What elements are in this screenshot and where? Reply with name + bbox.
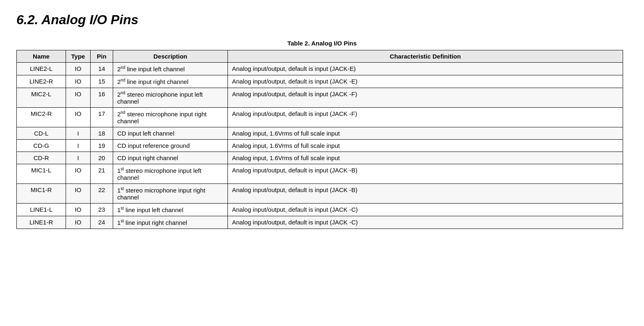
cell-name: CD-L bbox=[17, 127, 66, 140]
cell-characteristic: Analog input/output, default is input (J… bbox=[228, 63, 623, 75]
cell-characteristic: Analog input/output, default is input (J… bbox=[228, 88, 623, 108]
cell-name: LINE1-R bbox=[17, 216, 66, 229]
cell-pin: 22 bbox=[91, 184, 113, 204]
header-description: Description bbox=[113, 50, 228, 63]
cell-pin: 16 bbox=[91, 88, 113, 108]
cell-description: 2nd stereo microphone input left channel bbox=[113, 88, 228, 108]
cell-name: CD-R bbox=[17, 152, 66, 164]
cell-type: I bbox=[66, 152, 91, 164]
cell-pin: 24 bbox=[91, 216, 113, 229]
cell-characteristic: Analog input/output, default is input (J… bbox=[228, 108, 623, 127]
cell-name: LINE1-L bbox=[17, 204, 66, 216]
cell-characteristic: Analog input/output, default is input (J… bbox=[228, 216, 623, 229]
table-row: CD-LI18CD input left channelAnalog input… bbox=[17, 127, 623, 140]
cell-type: I bbox=[66, 140, 91, 152]
cell-description: 2nd line input left channel bbox=[113, 63, 228, 75]
cell-description: 1st line input left channel bbox=[113, 204, 228, 216]
table-row: LINE1-RIO241st line input right channelA… bbox=[17, 216, 623, 229]
table-row: CD-RI20CD input right channelAnalog inpu… bbox=[17, 152, 623, 164]
cell-description: 1st line input right channel bbox=[113, 216, 228, 229]
cell-type: IO bbox=[66, 204, 91, 216]
cell-characteristic: Analog input/output, default is input (J… bbox=[228, 75, 623, 88]
cell-characteristic: Analog input, 1.6Vrms of full scale inpu… bbox=[228, 127, 623, 140]
cell-type: IO bbox=[66, 184, 91, 204]
cell-pin: 23 bbox=[91, 204, 113, 216]
cell-type: IO bbox=[66, 63, 91, 75]
cell-name: LINE2-L bbox=[17, 63, 66, 75]
cell-pin: 21 bbox=[91, 164, 113, 184]
cell-description: CD input reference ground bbox=[113, 140, 228, 152]
table-row: MIC2-LIO162nd stereo microphone input le… bbox=[17, 88, 623, 108]
cell-description: 2nd line input right channel bbox=[113, 75, 228, 88]
cell-characteristic: Analog input/output, default is input (J… bbox=[228, 184, 623, 204]
table-row: MIC1-LIO211st stereo microphone input le… bbox=[17, 164, 623, 184]
cell-description: 1st stereo microphone input left channel bbox=[113, 164, 228, 184]
cell-type: I bbox=[66, 127, 91, 140]
table-row: MIC2-RIO172nd stereo microphone input ri… bbox=[17, 108, 623, 127]
cell-pin: 20 bbox=[91, 152, 113, 164]
table-row: MIC1-RIO221st stereo microphone input ri… bbox=[17, 184, 623, 204]
cell-characteristic: Analog input/output, default is input (J… bbox=[228, 204, 623, 216]
table-caption-label: Table 2. Analog I/O Pins bbox=[16, 40, 628, 47]
cell-pin: 15 bbox=[91, 75, 113, 88]
page-title: 6.2. Analog I/O Pins bbox=[16, 12, 628, 27]
cell-pin: 19 bbox=[91, 140, 113, 152]
table-row: LINE2-LIO142nd line input left channelAn… bbox=[17, 63, 623, 75]
cell-type: IO bbox=[66, 216, 91, 229]
cell-pin: 14 bbox=[91, 63, 113, 75]
table-row: LINE2-RIO152nd line input right channelA… bbox=[17, 75, 623, 88]
cell-description: 2nd stereo microphone input right channe… bbox=[113, 108, 228, 127]
cell-name: MIC1-R bbox=[17, 184, 66, 204]
cell-characteristic: Analog input/output, default is input (J… bbox=[228, 164, 623, 184]
cell-type: IO bbox=[66, 75, 91, 88]
cell-type: IO bbox=[66, 108, 91, 127]
cell-description: 1st stereo microphone input right channe… bbox=[113, 184, 228, 204]
cell-name: CD-G bbox=[17, 140, 66, 152]
header-type: Type bbox=[66, 50, 91, 63]
cell-type: IO bbox=[66, 164, 91, 184]
table-row: LINE1-LIO231st line input left channelAn… bbox=[17, 204, 623, 216]
cell-pin: 17 bbox=[91, 108, 113, 127]
analog-io-pins-table: Name Type Pin Description Characteristic… bbox=[16, 50, 623, 229]
header-name: Name bbox=[17, 50, 66, 63]
cell-name: MIC1-L bbox=[17, 164, 66, 184]
cell-name: MIC2-R bbox=[17, 108, 66, 127]
cell-characteristic: Analog input, 1.6Vrms of full scale inpu… bbox=[228, 152, 623, 164]
cell-name: MIC2-L bbox=[17, 88, 66, 108]
cell-pin: 18 bbox=[91, 127, 113, 140]
table-row: CD-GI19CD input reference groundAnalog i… bbox=[17, 140, 623, 152]
table-header-row: Name Type Pin Description Characteristic… bbox=[17, 50, 623, 63]
header-characteristic: Characteristic Definition bbox=[228, 50, 623, 63]
header-pin: Pin bbox=[91, 50, 113, 63]
cell-characteristic: Analog input, 1.6Vrms of full scale inpu… bbox=[228, 140, 623, 152]
cell-type: IO bbox=[66, 88, 91, 108]
cell-name: LINE2-R bbox=[17, 75, 66, 88]
cell-description: CD input right channel bbox=[113, 152, 228, 164]
cell-description: CD input left channel bbox=[113, 127, 228, 140]
